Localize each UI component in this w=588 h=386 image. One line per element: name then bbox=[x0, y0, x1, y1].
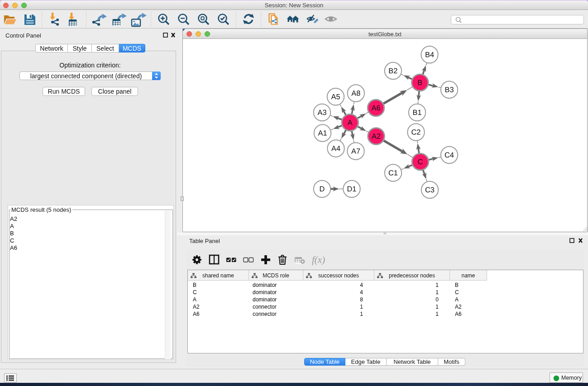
svg-text:A: A bbox=[348, 118, 353, 126]
svg-text:f(x): f(x) bbox=[312, 254, 325, 265]
svg-text:D1: D1 bbox=[347, 185, 357, 193]
svg-text:A6: A6 bbox=[371, 104, 380, 112]
svg-text:C: C bbox=[418, 157, 423, 166]
svg-text:C1: C1 bbox=[388, 168, 398, 176]
svg-text:B4: B4 bbox=[425, 50, 434, 58]
svg-text:B3: B3 bbox=[445, 86, 454, 94]
svg-text:A7: A7 bbox=[351, 147, 360, 155]
svg-text:A1: A1 bbox=[318, 129, 327, 137]
svg-text:B2: B2 bbox=[388, 67, 397, 75]
svg-text:A5: A5 bbox=[331, 92, 340, 100]
svg-text:B: B bbox=[417, 78, 422, 86]
svg-text:C2: C2 bbox=[411, 128, 421, 136]
svg-text:A4: A4 bbox=[331, 144, 340, 152]
svg-text:D: D bbox=[320, 185, 325, 193]
svg-text:C3: C3 bbox=[425, 186, 435, 194]
svg-text:A3: A3 bbox=[317, 108, 326, 116]
svg-text:A2: A2 bbox=[372, 132, 381, 140]
svg-text:C4: C4 bbox=[445, 151, 454, 159]
svg-text:A8: A8 bbox=[351, 89, 360, 97]
svg-text:B1: B1 bbox=[412, 108, 421, 116]
